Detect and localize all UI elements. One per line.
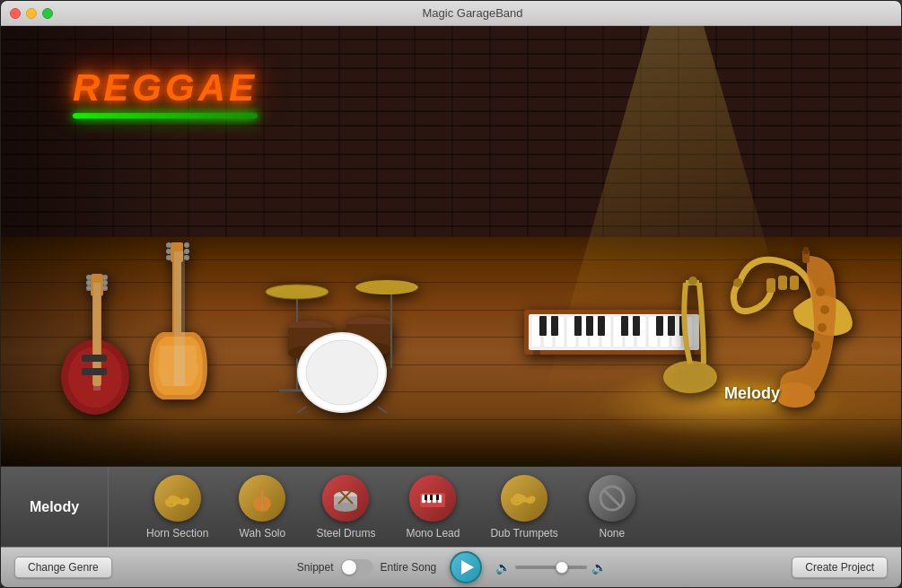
selector-track-label: Melody: [1, 467, 109, 547]
snippet-control: Snippet Entire Song: [297, 559, 436, 575]
svg-rect-64: [551, 316, 558, 336]
speaker-high-icon: 🔊: [591, 560, 607, 575]
svg-line-45: [378, 407, 387, 413]
svg-point-83: [818, 323, 827, 332]
svg-point-81: [816, 287, 825, 296]
instrument-option-steel-drums[interactable]: Steel Drums: [305, 470, 386, 544]
svg-point-11: [102, 275, 108, 280]
speaker-low-icon: 🔈: [495, 560, 511, 575]
svg-point-28: [184, 249, 189, 254]
instrument-option-wah-solo[interactable]: Wah Solo: [228, 470, 296, 544]
wah-solo-label: Wah Solo: [240, 527, 286, 540]
change-genre-button[interactable]: Change Genre: [14, 557, 112, 578]
instrument-option-mono-lead[interactable]: Mono Lead: [395, 470, 470, 544]
maximize-button[interactable]: [42, 8, 53, 19]
main-window: Magic GarageBand REGGAE: [0, 0, 902, 588]
svg-point-24: [166, 242, 171, 248]
stage: REGGAE: [1, 26, 901, 466]
svg-rect-73: [533, 350, 540, 355]
none-icon: [589, 475, 635, 522]
dub-trumpets-label: Dub Trumpets: [490, 527, 557, 540]
electric-guitar-2[interactable]: [140, 229, 216, 421]
svg-rect-78: [778, 276, 787, 290]
svg-point-12: [102, 280, 108, 285]
horn-section-label: Horn Section: [146, 527, 208, 540]
svg-point-10: [86, 285, 92, 291]
svg-point-85: [775, 382, 815, 408]
svg-rect-3: [91, 274, 103, 296]
instrument-option-none[interactable]: None: [578, 470, 646, 544]
svg-point-32: [355, 280, 418, 294]
svg-rect-79: [790, 276, 799, 290]
svg-rect-15: [82, 368, 107, 375]
play-button[interactable]: [450, 551, 482, 584]
neon-underline: [73, 113, 258, 118]
svg-rect-105: [436, 495, 439, 500]
window-title: Magic GarageBand: [53, 6, 892, 20]
close-button[interactable]: [10, 8, 21, 19]
svg-point-95: [334, 503, 357, 512]
drum-kit[interactable]: [252, 238, 432, 421]
mono-lead-icon: [409, 475, 456, 522]
traffic-lights: [10, 8, 53, 19]
snippet-label: Snippet: [297, 561, 334, 574]
toggle-knob: [342, 560, 356, 575]
svg-point-13: [102, 285, 108, 291]
volume-slider[interactable]: [515, 566, 587, 569]
instrument-options-list: Horn Section Wah Solo: [109, 470, 901, 544]
svg-rect-104: [430, 495, 433, 500]
minimize-button[interactable]: [26, 8, 37, 19]
horn-section-icon: [154, 475, 201, 522]
instrument-selector-panel: Melody Horn Section: [1, 466, 901, 547]
snippet-toggle[interactable]: [341, 559, 373, 575]
svg-rect-87: [803, 247, 809, 254]
svg-rect-65: [574, 316, 582, 336]
svg-rect-68: [621, 316, 628, 336]
steel-drums-label: Steel Drums: [316, 527, 375, 540]
svg-rect-69: [633, 316, 640, 336]
create-project-button[interactable]: Create Project: [792, 557, 888, 578]
mono-lead-label: Mono Lead: [406, 527, 460, 540]
svg-rect-63: [539, 316, 547, 336]
svg-rect-103: [425, 495, 427, 500]
svg-rect-66: [586, 316, 593, 336]
svg-point-106: [526, 492, 531, 497]
volume-knob: [556, 561, 568, 574]
svg-point-8: [86, 275, 92, 280]
svg-point-25: [166, 249, 171, 254]
entire-song-label: Entire Song: [381, 561, 437, 574]
svg-point-80: [733, 278, 742, 287]
svg-line-108: [603, 489, 621, 507]
svg-point-76: [688, 276, 697, 285]
svg-rect-67: [598, 316, 605, 336]
svg-rect-14: [82, 355, 107, 362]
svg-rect-77: [766, 278, 775, 293]
electric-guitar-1[interactable]: [55, 238, 144, 421]
svg-point-27: [184, 242, 189, 248]
svg-point-29: [184, 255, 189, 260]
svg-point-82: [820, 305, 829, 314]
svg-point-9: [86, 280, 92, 285]
svg-point-75: [663, 361, 717, 393]
melody-stage-label: Melody: [724, 384, 780, 403]
instrument-option-dub-trumpets[interactable]: Dub Trumpets: [479, 470, 568, 544]
svg-point-43: [306, 340, 378, 405]
none-label: None: [599, 527, 625, 540]
volume-control: 🔈 🔊: [495, 560, 607, 575]
neon-reggae-sign: REGGAE: [73, 66, 258, 118]
svg-line-44: [297, 407, 306, 413]
svg-point-26: [166, 255, 171, 260]
steel-drums-icon: [322, 475, 369, 522]
titlebar: Magic GarageBand: [1, 1, 901, 26]
wah-solo-icon: [239, 475, 285, 522]
play-icon: [461, 560, 474, 575]
svg-point-88: [180, 494, 186, 499]
svg-rect-101: [433, 495, 436, 503]
toolbar: Change Genre Snippet Entire Song 🔈 🔊 Cre…: [1, 547, 901, 587]
instrument-option-horn-section[interactable]: Horn Section: [136, 470, 219, 544]
dub-trumpets-icon: [501, 475, 547, 522]
svg-point-84: [811, 341, 820, 350]
